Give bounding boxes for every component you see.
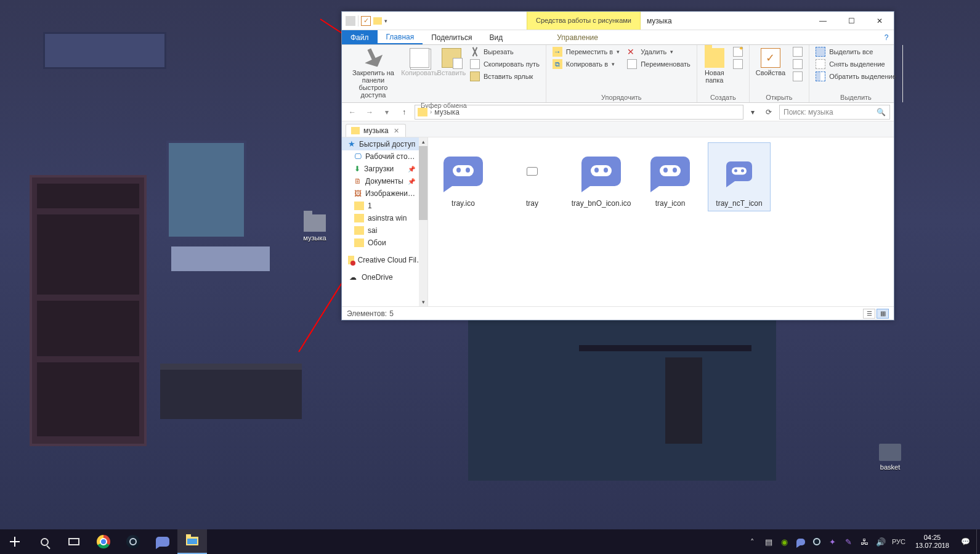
taskbar-search-button[interactable] — [30, 529, 59, 554]
properties-button[interactable]: Свойства — [753, 46, 788, 78]
tray-icon[interactable]: ▤ — [764, 537, 774, 547]
nav-downloads[interactable]: ⬇Загрузки📌 — [342, 163, 427, 175]
tray-volume-icon[interactable]: 🔊 — [876, 537, 886, 547]
taskbar-explorer[interactable] — [177, 529, 207, 554]
taskbar-steam[interactable] — [118, 529, 148, 554]
nav-recent-button[interactable]: ▾ — [380, 105, 394, 119]
tray-nvidia-icon[interactable]: ◉ — [780, 537, 790, 547]
task-view-button[interactable] — [59, 529, 89, 554]
nav-quick-access[interactable]: ★Быстрый доступ — [342, 137, 427, 150]
desktop-folder-music[interactable]: музыка — [293, 214, 336, 242]
view-details-button[interactable]: ☰ — [863, 309, 875, 319]
nav-folder-oboi[interactable]: Обои — [342, 237, 427, 249]
rename-button[interactable]: Переименовать — [625, 59, 693, 70]
qat-new-folder-icon[interactable] — [373, 17, 382, 25]
chrome-icon — [97, 535, 110, 548]
group-open-label: Открыть — [753, 92, 805, 102]
tab-manage[interactable]: Управление — [548, 30, 607, 44]
edit-button[interactable]: Изменить — [790, 59, 805, 70]
view-icons-button[interactable]: ▦ — [877, 309, 889, 319]
breadcrumb-music[interactable]: музыка — [434, 108, 460, 116]
nav-forward-button[interactable]: → — [363, 105, 376, 119]
copy-path-button[interactable]: Скопировать путь — [468, 59, 542, 70]
tab-view[interactable]: Вид — [480, 30, 511, 44]
titlebar[interactable]: ▾ Средства работы с рисунками музыка — ☐… — [342, 12, 894, 30]
history-button[interactable]: Журнал — [790, 71, 805, 82]
taskbar-discord[interactable] — [148, 529, 177, 554]
edit-icon — [793, 59, 803, 69]
open-button[interactable]: Открыть — [790, 46, 805, 57]
file-item[interactable]: tray.ico — [432, 142, 495, 211]
address-bar[interactable]: › музыка — [415, 105, 743, 120]
qat-folder-icon[interactable] — [346, 16, 355, 26]
address-dropdown[interactable]: ▾ — [747, 108, 758, 116]
easy-access-button[interactable]: Простой доступ — [731, 59, 745, 70]
copy-button[interactable]: Копировать — [403, 46, 435, 78]
nav-creative-cloud[interactable]: Creative Cloud Fil… — [342, 254, 427, 266]
file-list[interactable]: tray.ico tray tray_bnO_icon.ico tray_ico… — [428, 137, 894, 306]
nav-folder-sai[interactable]: sai — [342, 224, 427, 237]
taskbar-clock[interactable]: 04:25 13.07.2018 — [910, 529, 954, 554]
start-button[interactable] — [0, 529, 30, 554]
nav-back-button[interactable]: ← — [346, 105, 359, 119]
tab-home[interactable]: Главная — [378, 30, 423, 44]
nav-folder-asinstra[interactable]: asinstra win — [342, 212, 427, 224]
nav-desktop[interactable]: 🖵Рабочий сто…📌 — [342, 150, 427, 163]
discord-icon — [156, 537, 169, 547]
select-all-button[interactable]: Выделить все — [813, 46, 899, 57]
help-button[interactable]: ? — [879, 30, 894, 44]
paste-button[interactable]: Вставить — [438, 46, 465, 78]
desktop-recycle-bin[interactable]: basket — [869, 444, 912, 471]
tray-app-icon[interactable]: ✎ — [844, 537, 854, 547]
cut-button[interactable]: Вырезать — [468, 46, 542, 57]
file-item[interactable]: tray_ncT_icon — [708, 142, 771, 211]
new-folder-button[interactable]: Новая папка — [701, 46, 728, 86]
minimize-button[interactable]: — — [809, 12, 837, 30]
crumb-sep[interactable]: › — [430, 108, 432, 115]
desktop[interactable]: музыка basket ▾ Средства работы с рисунк… — [0, 0, 980, 554]
show-desktop-button[interactable] — [976, 529, 980, 554]
scrollbar-thumb[interactable] — [419, 146, 427, 220]
tray-app-icon[interactable]: ✦ — [828, 537, 838, 547]
tray-discord-icon[interactable] — [796, 537, 806, 547]
action-center-button[interactable]: 💬 — [954, 529, 976, 554]
qat-dropdown[interactable]: ▾ — [384, 18, 387, 24]
scroll-up-button[interactable]: ▴ — [419, 137, 427, 146]
tray-overflow-button[interactable]: ˄ — [748, 537, 758, 547]
search-input[interactable]: Поиск: музыка 🔍 — [779, 105, 890, 120]
file-item[interactable]: tray — [501, 142, 564, 211]
refresh-button[interactable]: ⟳ — [762, 108, 775, 116]
tab-file[interactable]: Файл — [342, 30, 378, 44]
star-icon: ★ — [348, 139, 355, 149]
nav-documents[interactable]: 🗎Документы📌 — [342, 175, 427, 187]
documents-icon: 🗎 — [354, 177, 362, 185]
new-item-button[interactable]: Создать элемент — [731, 46, 745, 57]
tray-steam-icon[interactable] — [812, 537, 822, 547]
nav-up-button[interactable]: ↑ — [397, 105, 411, 119]
file-item[interactable]: tray_icon — [639, 142, 702, 211]
file-item[interactable]: tray_bnO_icon.ico — [570, 142, 633, 211]
tab-share[interactable]: Поделиться — [423, 30, 480, 44]
folder-tab-music[interactable]: музыка ✕ — [346, 124, 406, 137]
delete-button[interactable]: Удалить ▾ — [625, 46, 693, 57]
copy-to-button[interactable]: Копировать в ▾ — [550, 59, 622, 70]
invert-selection-button[interactable]: Обратить выделение — [813, 71, 899, 82]
new-folder-icon — [705, 48, 724, 68]
close-tab-icon[interactable]: ✕ — [392, 127, 400, 135]
discord-icon — [527, 167, 538, 176]
move-to-button[interactable]: Переместить в ▾ — [550, 46, 622, 57]
nav-onedrive[interactable]: ☁OneDrive — [342, 271, 427, 283]
select-none-button[interactable]: Снять выделение — [813, 59, 899, 70]
paste-shortcut-button[interactable]: Вставить ярлык — [468, 71, 542, 82]
tray-network-icon[interactable]: 🖧 — [860, 537, 870, 547]
maximize-button[interactable]: ☐ — [837, 12, 865, 30]
scroll-down-button[interactable]: ▾ — [419, 298, 427, 306]
qat-properties-icon[interactable] — [361, 16, 371, 26]
close-button[interactable]: ✕ — [865, 12, 894, 30]
pin-quick-access-button[interactable]: Закрепить на панели быстрого доступа — [346, 46, 401, 100]
taskbar-chrome[interactable] — [89, 529, 118, 554]
tray-language[interactable]: РУС — [892, 537, 905, 547]
discord-icon — [581, 157, 621, 186]
nav-folder-1[interactable]: 1 — [342, 200, 427, 212]
nav-images[interactable]: 🖼Изображени…📌 — [342, 187, 427, 200]
